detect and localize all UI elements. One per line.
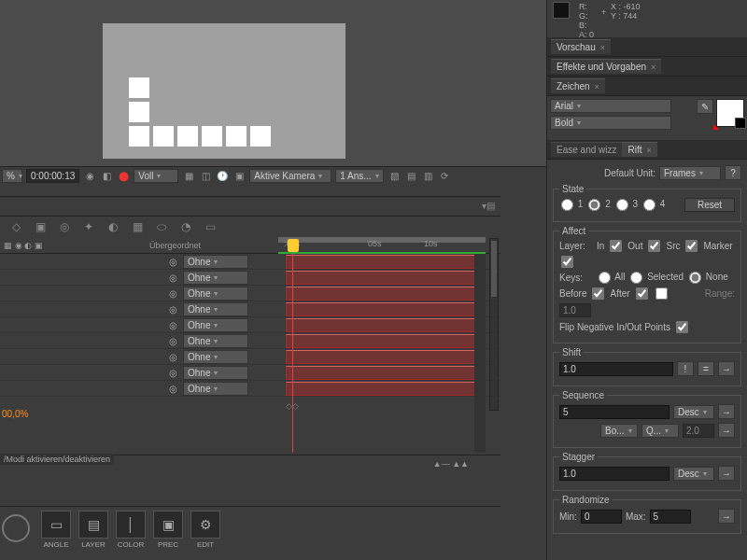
snapshot-icon[interactable]: ◉ (83, 170, 96, 183)
layer-clip[interactable] (286, 366, 482, 380)
pickwhip-icon[interactable]: ◎ (166, 304, 179, 315)
keys-none[interactable]: None (687, 272, 728, 284)
parent-dropdown[interactable]: Ohne (183, 366, 248, 380)
min-input[interactable] (581, 510, 622, 524)
timeline-track-area[interactable]: :00s 05s 10s ◇◇ (278, 237, 486, 471)
misc2-icon[interactable]: ▤ (404, 170, 417, 183)
layer-clip[interactable] (286, 287, 482, 301)
playhead[interactable] (288, 239, 299, 252)
zoom-dropdown[interactable]: % (2, 169, 22, 183)
effekte-panel-header[interactable]: Effekte und Vorgaben× (547, 57, 747, 77)
pickwhip-icon[interactable]: ◎ (166, 352, 179, 362)
pickwhip-icon[interactable]: ◎ (166, 336, 179, 346)
shift-go-button[interactable]: → (718, 361, 735, 376)
close-icon[interactable]: × (600, 43, 605, 52)
parent-dropdown[interactable]: Ohne (183, 271, 248, 285)
resolution-dropdown[interactable]: Voll (134, 169, 178, 183)
font-color-swatch[interactable] (716, 99, 744, 127)
views-dropdown[interactable]: 1 Ans... (335, 169, 384, 183)
tv-icon[interactable]: ▣ (233, 170, 246, 183)
clock-icon[interactable]: 🕐 (216, 170, 229, 183)
misc1-icon[interactable]: ▧ (388, 170, 401, 183)
angle-button[interactable]: ▭ANGLE (39, 511, 73, 549)
mask-icon[interactable]: ◫ (199, 170, 212, 183)
layer-clip[interactable] (286, 382, 482, 396)
misc4-icon[interactable]: ⟳ (438, 170, 451, 183)
pickwhip-icon[interactable]: ◎ (166, 288, 179, 299)
before-checkbox[interactable] (592, 287, 604, 300)
max-input[interactable] (650, 510, 691, 524)
keys-selected[interactable]: Selected (628, 272, 684, 284)
eyedropper-icon[interactable]: ✎ (697, 99, 713, 114)
color-button[interactable]: │COLOR (114, 511, 148, 549)
sequence-go-button[interactable]: → (718, 404, 735, 419)
parent-dropdown[interactable]: Ohne (183, 302, 248, 316)
prec-button[interactable]: ▣PREC (151, 511, 185, 549)
out-checkbox[interactable] (648, 240, 660, 252)
close-icon[interactable]: × (646, 146, 651, 155)
tool5-icon[interactable]: ◐ (105, 219, 121, 234)
pickwhip-icon[interactable]: ◎ (166, 320, 179, 330)
misc3-icon[interactable]: ▥ (421, 170, 434, 183)
pickwhip-icon[interactable]: ◎ (166, 368, 179, 378)
tool6-icon[interactable]: ▦ (129, 219, 146, 234)
zeichen-panel-header[interactable]: Zeichen× (547, 77, 747, 96)
shift-input[interactable] (559, 362, 673, 376)
parent-dropdown[interactable]: Ohne (183, 350, 248, 364)
panel-menu-icon[interactable]: ▾▤ (482, 201, 495, 211)
flip-checkbox[interactable] (676, 321, 688, 333)
font-weight-dropdown[interactable]: Bold (550, 116, 671, 130)
panel-scrollbar[interactable] (489, 238, 499, 411)
state-4[interactable]: 4 (641, 199, 665, 211)
layer-clip[interactable] (286, 255, 482, 269)
state-1[interactable]: 1 (559, 199, 583, 211)
parent-dropdown[interactable]: Ohne (183, 334, 248, 348)
sequence-order-dropdown[interactable]: Desc (673, 405, 714, 419)
circle-control[interactable] (2, 514, 30, 542)
sequence-q-dropdown[interactable]: Q... (641, 424, 679, 438)
layer-clip[interactable] (286, 271, 482, 285)
pickwhip-icon[interactable]: ◎ (166, 257, 179, 267)
font-family-dropdown[interactable]: Arial (550, 99, 671, 113)
extra-checkbox[interactable] (655, 287, 668, 300)
sequence-go2-button[interactable]: → (718, 423, 735, 438)
rift-tab[interactable]: Rift× (622, 142, 656, 157)
after-checkbox[interactable] (636, 287, 648, 300)
stagger-input[interactable] (559, 467, 669, 481)
parent-dropdown[interactable]: Ohne (183, 318, 248, 332)
stagger-order-dropdown[interactable]: Desc (673, 467, 714, 481)
layer-clip[interactable] (286, 334, 482, 348)
default-unit-dropdown[interactable]: Frames (659, 166, 721, 180)
close-icon[interactable]: × (595, 82, 599, 91)
tool4-icon[interactable]: ✦ (80, 219, 97, 234)
sequence-input[interactable] (559, 405, 669, 419)
pickwhip-icon[interactable]: ◎ (166, 273, 179, 283)
state-2[interactable]: 2 (586, 199, 610, 211)
tool9-icon[interactable]: ▭ (202, 219, 218, 234)
parent-dropdown[interactable]: Ohne (183, 382, 248, 396)
work-area-bar[interactable] (278, 237, 486, 243)
close-icon[interactable]: × (651, 63, 655, 72)
timeline-vscroll[interactable] (474, 254, 486, 453)
randomize-go-button[interactable]: → (718, 509, 735, 524)
layer-clip[interactable] (286, 350, 482, 364)
shift-excl-button[interactable]: ! (677, 361, 694, 376)
layer-clip[interactable] (286, 318, 482, 332)
keys-all[interactable]: All (597, 272, 625, 284)
timecode-field[interactable]: 0:00:00:13 (26, 169, 79, 183)
pickwhip-icon[interactable]: ◎ (166, 384, 179, 394)
parent-dropdown[interactable]: Ohne (183, 255, 248, 269)
camera-dropdown[interactable]: Aktive Kamera (249, 169, 331, 183)
grid-icon[interactable]: ▦ (182, 170, 195, 183)
marker-checkbox[interactable] (561, 256, 573, 268)
tool8-icon[interactable]: ◔ (177, 219, 194, 234)
tool1-icon[interactable]: ◇ (7, 219, 24, 234)
shift-eq-button[interactable]: = (698, 361, 714, 376)
layer-button[interactable]: ▤LAYER (77, 511, 110, 549)
vorschau-panel-header[interactable]: Vorschau× (547, 37, 747, 57)
in-checkbox[interactable] (610, 240, 622, 252)
tool7-icon[interactable]: ⬭ (153, 219, 170, 234)
sequence-bo-dropdown[interactable]: Bo... (600, 424, 638, 438)
tool3-icon[interactable]: ◎ (56, 219, 73, 234)
channel-icon[interactable]: ⬤ (117, 170, 130, 183)
